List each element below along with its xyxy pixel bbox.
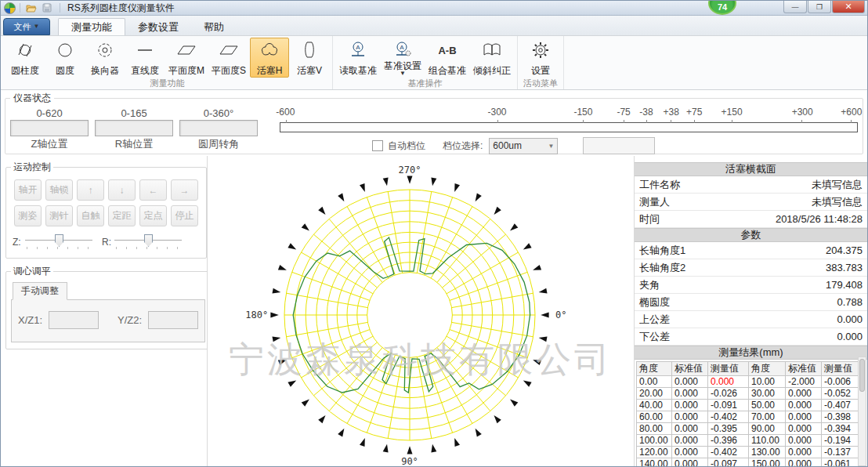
polar-tick-marker [539,288,548,294]
polar-tick-marker [278,265,287,270]
result-row[interactable]: 0.000.0000.00010.00-2.000-0.006 [637,376,859,388]
jog-up-button[interactable]: ↑ [77,179,104,201]
auto-gear-checkbox[interactable] [372,140,383,151]
result-cell: 0.000 [672,435,708,447]
gauge-tick-label: +300 [792,107,813,118]
yz2-input[interactable] [148,311,198,329]
polar-angle-label: 90° [401,456,418,467]
param-row: 椭圆度 0.788 [635,294,867,311]
param-row: 下公差 0.000 [635,328,867,346]
gauge-tick-label: +38 [663,107,678,118]
result-row[interactable]: 20.000.000-0.02630.000.000-0.052 [637,388,859,400]
chevron-down-icon: ▼ [548,143,554,150]
xz1-input[interactable] [49,311,99,329]
info-value: 未填写信息 [812,176,863,193]
stop-button[interactable]: 停止 [171,205,198,226]
axis-open-button[interactable]: 轴开 [14,179,42,201]
combined-datum-button[interactable]: A-B 组合基准 [425,38,469,78]
polar-tick-marker [273,288,281,294]
tilt-correction-icon [482,40,502,60]
file-menu-button[interactable]: 文件 ▼ [3,18,50,35]
settings-button[interactable]: 设置 [521,38,560,78]
info-label: 工件名称 [639,176,680,193]
ribbon-group-label: 活动菜单 [521,78,560,89]
app-logo-icon[interactable] [4,2,16,14]
tab-help[interactable]: 帮助 [191,19,237,35]
tab-parameter-settings[interactable]: 参数设置 [125,19,191,35]
tab-manual-adjust[interactable]: 手动调整 [13,282,67,300]
cylindricity-button[interactable]: 圆柱度 [5,38,45,78]
fixed-point-button[interactable]: 定点 [139,205,167,226]
result-row[interactable]: 40.000.000-0.09150.000.000-0.407 [637,400,859,411]
gauge-tick-label: -38 [639,107,653,118]
info-label: 测量人 [639,194,670,210]
jog-left-button[interactable]: ← [139,179,167,201]
result-cell: -0.006 [822,376,859,388]
maximize-button[interactable]: ❐ [808,1,831,13]
commutator-button[interactable]: 换向器 [85,38,125,78]
axis-lock-button[interactable]: 轴锁 [45,179,73,201]
flatness-m-button[interactable]: 平面度M [165,38,208,78]
ribbon-group-datum: A 读取基准 A 基准设置 ▼ A-B 组合基准 倾斜纠正 基准操作 [333,36,518,89]
result-cell: 100.00 [637,435,672,447]
result-cell: 20.00 [637,388,672,400]
flatness-s-button[interactable]: 平面度S [208,38,249,78]
tab-measure-functions[interactable]: 测量功能 [58,18,125,35]
result-cell: 0.000 [786,458,822,467]
results-scrollbar-thumb[interactable] [859,359,865,392]
piston-v-icon [302,40,317,60]
polar-tick-marker [431,444,436,453]
polar-chart: 宁波森泉科技有限公司 0°90°180°270° [208,156,634,467]
measure-pose-button[interactable]: 测姿 [14,205,42,226]
results-scrollbar[interactable] [858,357,866,466]
result-cell: 140.00 [637,458,672,467]
r-speed-slider[interactable] [114,234,182,250]
jog-right-button[interactable]: → [171,179,198,201]
z-slider-thumb[interactable] [55,234,63,247]
polar-tick-marker [510,400,518,407]
result-row[interactable]: 140.000.000-0.097150.000.000-0.061 [637,458,859,467]
gear-select-value: 600um [493,140,522,151]
r-slider-thumb[interactable] [144,234,153,247]
polar-tick-marker [383,178,389,186]
gear-select[interactable]: 600um ▼ [489,138,558,154]
z-speed-slider[interactable] [25,234,92,250]
roundness-icon [56,40,74,60]
ribbon-group-label: 基准操作 [336,78,514,89]
result-row[interactable]: 60.000.000-0.40270.000.000-0.398 [637,411,859,423]
polar-tick-marker [302,223,309,230]
result-cell: -0.395 [708,423,749,435]
param-row: 长轴角度2 383.783 [635,259,867,277]
datum-setting-button[interactable]: A 基准设置 ▼ [381,38,425,78]
gear-aux-input[interactable] [583,137,655,154]
tilt-correction-button[interactable]: 倾斜纠正 [470,38,514,78]
roundness-button[interactable]: 圆度 [45,38,85,78]
open-folder-icon[interactable] [24,2,38,14]
read-datum-button[interactable]: A 读取基准 [336,38,380,78]
result-row[interactable]: 80.000.000-0.39590.000.000-0.394 [637,423,859,435]
polar-tick-marker [273,336,281,342]
probe-gauge: -600-300-150-75-38+38+75+150+300+600 自动档… [280,107,858,154]
polar-angle-label: 270° [399,165,421,176]
close-button[interactable]: ✕ [832,1,865,13]
gauge-tick-mark [286,120,287,123]
jog-down-button[interactable]: ↓ [108,179,136,201]
result-cell: -0.194 [822,435,859,447]
param-value: 179.408 [826,277,863,293]
auto-touch-button[interactable]: 自触 [77,205,104,226]
save-icon[interactable] [40,2,54,14]
piston-v-button[interactable]: 活塞V [290,38,329,78]
result-row[interactable]: 120.000.000-0.402130.000.000-0.137 [637,447,859,458]
fixed-distance-button[interactable]: 定距 [108,205,136,226]
result-cell: 0.000 [672,458,708,467]
polar-tick-marker [494,415,501,423]
piston-h-button[interactable]: 活塞H [250,38,289,78]
param-value: 0.000 [837,328,863,345]
result-row[interactable]: 100.000.000-0.396110.000.000-0.194 [637,435,859,447]
minimize-button[interactable]: — [783,1,807,13]
results-header-cell: 角度 [749,362,786,376]
count-badge: 74 [708,0,736,15]
param-value: 204.375 [826,242,863,259]
probe-button[interactable]: 测针 [45,205,73,226]
straightness-button[interactable]: 直线度 [125,38,165,78]
